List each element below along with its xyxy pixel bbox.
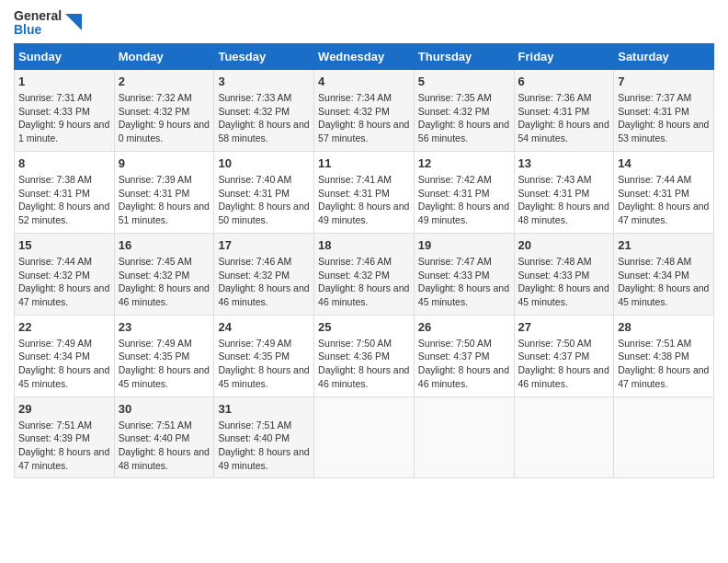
- daylight-label: Daylight: 8 hours and 46 minutes.: [119, 282, 210, 307]
- calendar-cell: [614, 396, 714, 478]
- logo-triangle-icon: [63, 10, 84, 36]
- sunset: Sunset: 4:40 PM: [119, 432, 190, 443]
- day-number: 4: [318, 74, 410, 90]
- daylight-label: Daylight: 8 hours and 48 minutes.: [518, 201, 609, 225]
- logo-general: General: [14, 9, 62, 23]
- sunrise: Sunrise: 7:51 AM: [218, 419, 291, 431]
- day-number: 24: [218, 319, 310, 336]
- daylight-label: Daylight: 8 hours and 57 minutes.: [318, 119, 409, 144]
- week-row-5: 29Sunrise: 7:51 AMSunset: 4:39 PMDayligh…: [15, 396, 714, 478]
- header-sunday: Sunday: [15, 43, 115, 69]
- calendar-cell: 14Sunrise: 7:44 AMSunset: 4:31 PMDayligh…: [614, 151, 714, 233]
- day-number: 12: [418, 155, 510, 172]
- svg-marker-0: [65, 14, 82, 30]
- sunset: Sunset: 4:32 PM: [318, 106, 390, 117]
- calendar-cell: 2Sunrise: 7:32 AMSunset: 4:32 PMDaylight…: [114, 69, 214, 151]
- sunset: Sunset: 4:33 PM: [518, 270, 590, 281]
- header-thursday: Thursday: [414, 43, 514, 69]
- sunset: Sunset: 4:36 PM: [318, 350, 390, 362]
- sunset: Sunset: 4:40 PM: [218, 432, 290, 443]
- calendar-cell: 10Sunrise: 7:40 AMSunset: 4:31 PMDayligh…: [214, 151, 314, 233]
- calendar-cell: 27Sunrise: 7:50 AMSunset: 4:37 PMDayligh…: [514, 315, 614, 396]
- sunrise: Sunrise: 7:42 AM: [418, 174, 492, 185]
- day-number: 26: [418, 319, 510, 336]
- header-tuesday: Tuesday: [214, 43, 314, 69]
- sunrise: Sunrise: 7:49 AM: [18, 338, 92, 349]
- day-number: 22: [18, 319, 110, 336]
- daylight-label: Daylight: 8 hours and 45 minutes.: [618, 282, 709, 307]
- week-row-3: 15Sunrise: 7:44 AMSunset: 4:32 PMDayligh…: [15, 233, 714, 315]
- sunrise: Sunrise: 7:47 AM: [418, 256, 492, 267]
- day-number: 2: [119, 74, 210, 90]
- sunset: Sunset: 4:31 PM: [18, 188, 90, 199]
- day-number: 16: [119, 237, 210, 254]
- calendar-cell: 25Sunrise: 7:50 AMSunset: 4:36 PMDayligh…: [314, 315, 415, 396]
- day-number: 7: [618, 74, 710, 90]
- calendar-container: General Blue SundayMondayTuesdayWednesda…: [0, 0, 728, 488]
- sunset: Sunset: 4:35 PM: [119, 350, 190, 362]
- sunrise: Sunrise: 7:45 AM: [119, 256, 192, 267]
- sunset: Sunset: 4:31 PM: [418, 188, 490, 199]
- sunrise: Sunrise: 7:50 AM: [418, 338, 492, 349]
- daylight-label: Daylight: 8 hours and 52 minutes.: [18, 201, 109, 225]
- day-number: 10: [218, 155, 310, 172]
- sunrise: Sunrise: 7:39 AM: [119, 174, 192, 185]
- calendar-cell: 20Sunrise: 7:48 AMSunset: 4:33 PMDayligh…: [514, 233, 614, 315]
- calendar-cell: 30Sunrise: 7:51 AMSunset: 4:40 PMDayligh…: [114, 396, 214, 478]
- calendar-cell: [314, 396, 415, 478]
- day-number: 29: [18, 401, 110, 418]
- daylight-label: Daylight: 8 hours and 45 minutes.: [518, 282, 609, 307]
- logo-blue: Blue: [14, 23, 62, 37]
- calendar-cell: 12Sunrise: 7:42 AMSunset: 4:31 PMDayligh…: [414, 151, 514, 233]
- sunset: Sunset: 4:31 PM: [218, 188, 290, 199]
- daylight-label: Daylight: 8 hours and 49 minutes.: [418, 201, 509, 225]
- sunrise: Sunrise: 7:48 AM: [618, 256, 691, 267]
- daylight-label: Daylight: 8 hours and 53 minutes.: [618, 119, 709, 144]
- sunrise: Sunrise: 7:41 AM: [318, 174, 392, 185]
- sunrise: Sunrise: 7:49 AM: [119, 338, 192, 349]
- day-number: 1: [18, 74, 110, 90]
- day-number: 17: [218, 237, 310, 254]
- day-number: 6: [518, 74, 610, 90]
- sunset: Sunset: 4:31 PM: [318, 188, 390, 199]
- day-number: 28: [618, 319, 710, 336]
- calendar-cell: 7Sunrise: 7:37 AMSunset: 4:31 PMDaylight…: [614, 69, 714, 151]
- day-number: 9: [119, 155, 210, 172]
- calendar-cell: 16Sunrise: 7:45 AMSunset: 4:32 PMDayligh…: [114, 233, 214, 315]
- calendar-cell: 11Sunrise: 7:41 AMSunset: 4:31 PMDayligh…: [314, 151, 415, 233]
- sunrise: Sunrise: 7:40 AM: [218, 174, 291, 185]
- calendar-cell: 5Sunrise: 7:35 AMSunset: 4:32 PMDaylight…: [414, 69, 514, 151]
- sunset: Sunset: 4:32 PM: [318, 270, 390, 281]
- calendar-header-row: SundayMondayTuesdayWednesdayThursdayFrid…: [15, 43, 714, 69]
- calendar-cell: 3Sunrise: 7:33 AMSunset: 4:32 PMDaylight…: [214, 69, 314, 151]
- day-number: 23: [119, 319, 210, 336]
- calendar-cell: 1Sunrise: 7:31 AMSunset: 4:33 PMDaylight…: [15, 69, 115, 151]
- sunrise: Sunrise: 7:46 AM: [318, 256, 392, 267]
- sunset: Sunset: 4:31 PM: [518, 188, 590, 199]
- daylight-label: Daylight: 8 hours and 51 minutes.: [119, 201, 210, 225]
- calendar-cell: 28Sunrise: 7:51 AMSunset: 4:38 PMDayligh…: [614, 315, 714, 396]
- day-number: 8: [18, 155, 110, 172]
- day-number: 13: [518, 155, 610, 172]
- day-number: 30: [119, 401, 210, 418]
- calendar-table: SundayMondayTuesdayWednesdayThursdayFrid…: [14, 43, 714, 479]
- sunrise: Sunrise: 7:43 AM: [518, 174, 592, 185]
- sunrise: Sunrise: 7:34 AM: [318, 92, 392, 103]
- daylight-label: Daylight: 8 hours and 54 minutes.: [518, 119, 609, 144]
- sunrise: Sunrise: 7:44 AM: [18, 256, 92, 267]
- daylight-label: Daylight: 8 hours and 50 minutes.: [218, 201, 309, 225]
- calendar-cell: 23Sunrise: 7:49 AMSunset: 4:35 PMDayligh…: [114, 315, 214, 396]
- header-wednesday: Wednesday: [314, 43, 415, 69]
- day-number: 27: [518, 319, 610, 336]
- sunrise: Sunrise: 7:50 AM: [318, 338, 392, 349]
- sunset: Sunset: 4:37 PM: [418, 350, 490, 362]
- calendar-cell: 4Sunrise: 7:34 AMSunset: 4:32 PMDaylight…: [314, 69, 415, 151]
- calendar-cell: 24Sunrise: 7:49 AMSunset: 4:35 PMDayligh…: [214, 315, 314, 396]
- daylight-label: Daylight: 8 hours and 56 minutes.: [418, 119, 509, 144]
- calendar-cell: 9Sunrise: 7:39 AMSunset: 4:31 PMDaylight…: [114, 151, 214, 233]
- calendar-cell: 15Sunrise: 7:44 AMSunset: 4:32 PMDayligh…: [15, 233, 115, 315]
- day-number: 14: [618, 155, 710, 172]
- daylight-label: Daylight: 8 hours and 46 minutes.: [518, 364, 609, 389]
- daylight-label: Daylight: 8 hours and 49 minutes.: [218, 446, 309, 471]
- daylight-label: Daylight: 8 hours and 45 minutes.: [119, 364, 210, 389]
